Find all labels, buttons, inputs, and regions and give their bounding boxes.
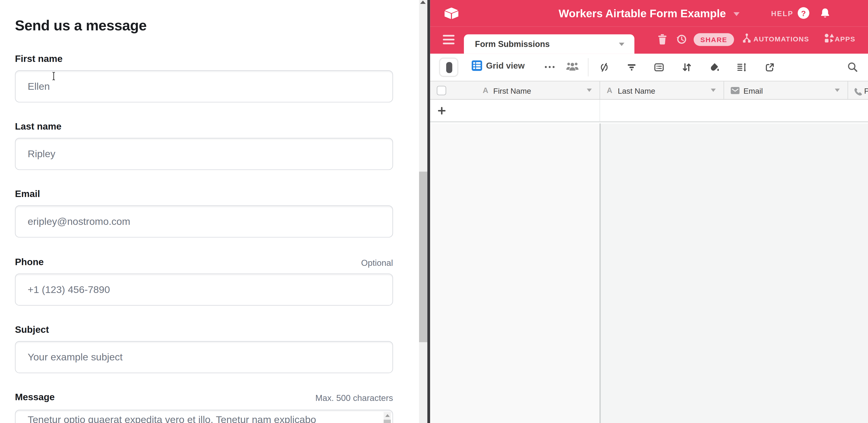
view-toolbar: Grid view bbox=[430, 54, 868, 81]
collaborators-icon[interactable] bbox=[566, 61, 579, 72]
first-name-input[interactable] bbox=[15, 70, 393, 103]
message-label: Message bbox=[15, 392, 55, 403]
column-divider bbox=[599, 123, 600, 423]
group-icon[interactable] bbox=[654, 62, 664, 72]
view-sidebar-toggle-button[interactable] bbox=[439, 58, 458, 77]
add-record-row[interactable] bbox=[430, 100, 868, 122]
email-input[interactable] bbox=[15, 206, 393, 238]
phone-input[interactable] bbox=[15, 273, 393, 306]
form-title: Send us a message bbox=[15, 17, 147, 34]
chevron-down-icon[interactable] bbox=[835, 89, 840, 92]
view-name-label[interactable]: Grid view bbox=[486, 61, 525, 71]
scroll-up-arrow-icon[interactable] bbox=[420, 0, 426, 4]
phone-optional-note: Optional bbox=[361, 258, 393, 268]
menu-hamburger-icon[interactable] bbox=[443, 35, 455, 44]
table-tab-label: Form Submissions bbox=[475, 39, 619, 49]
share-label: SHARE bbox=[700, 36, 727, 43]
view-options-ellipsis-icon[interactable] bbox=[544, 65, 555, 69]
toolbar-divider bbox=[588, 58, 588, 77]
message-scrollbar-thumb[interactable] bbox=[384, 420, 391, 423]
last-name-label: Last name bbox=[15, 121, 61, 132]
chevron-down-icon bbox=[734, 12, 739, 16]
trash-icon[interactable] bbox=[657, 34, 667, 45]
phone-label: Phone bbox=[15, 257, 44, 268]
column-divider bbox=[599, 100, 600, 121]
airtable-pane: Workers Airtable Form Example HELP ? For… bbox=[430, 0, 868, 423]
base-title-text: Workers Airtable Form Example bbox=[559, 7, 726, 19]
column-header-first-name[interactable]: First Name bbox=[493, 86, 531, 95]
share-button[interactable]: SHARE bbox=[694, 33, 734, 46]
column-header-phone-truncated[interactable]: P bbox=[864, 86, 868, 95]
split-divider[interactable] bbox=[427, 0, 430, 423]
first-name-field-group: First name bbox=[15, 54, 393, 102]
column-divider[interactable] bbox=[723, 82, 724, 99]
email-field-group: Email bbox=[15, 189, 393, 238]
airtable-topbar: Workers Airtable Form Example HELP ? bbox=[430, 0, 868, 27]
apps-button[interactable]: APPS bbox=[835, 35, 856, 43]
automations-button[interactable]: AUTOMATIONS bbox=[753, 35, 809, 43]
chevron-down-icon bbox=[619, 42, 624, 46]
tab-form-submissions[interactable]: Form Submissions bbox=[464, 34, 634, 54]
message-text: Tenetur optio quaerat expedita vero et i… bbox=[28, 414, 378, 423]
message-textarea[interactable]: Tenetur optio quaerat expedita vero et i… bbox=[15, 410, 393, 423]
history-icon[interactable] bbox=[676, 34, 687, 45]
column-header-last-name[interactable]: Last Name bbox=[618, 86, 655, 95]
subject-input[interactable] bbox=[15, 341, 393, 373]
add-record-plus-icon[interactable] bbox=[438, 107, 446, 115]
help-button[interactable]: HELP bbox=[771, 9, 794, 18]
email-field-type-icon bbox=[731, 87, 740, 94]
column-divider[interactable] bbox=[847, 82, 848, 99]
hide-fields-icon[interactable] bbox=[599, 62, 610, 72]
grid-canvas-right bbox=[600, 123, 868, 423]
automations-icon[interactable] bbox=[742, 33, 752, 43]
notifications-bell-icon[interactable] bbox=[820, 8, 831, 19]
screen: Send us a message First name Last name E… bbox=[0, 0, 868, 423]
grid-header-row: A First Name A Last Name Email P bbox=[430, 81, 868, 100]
page-scrollbar-thumb[interactable] bbox=[419, 172, 427, 342]
apps-icon[interactable] bbox=[824, 33, 834, 43]
message-scrollbar[interactable] bbox=[384, 412, 391, 423]
column-header-email[interactable]: Email bbox=[743, 86, 763, 95]
user-avatar[interactable] bbox=[843, 5, 859, 21]
sort-icon[interactable] bbox=[681, 62, 692, 72]
message-maxchars-note: Max. 500 characters bbox=[315, 393, 393, 403]
airtable-tabbar: Form Submissions SHARE A bbox=[430, 27, 868, 54]
last-name-field-group: Last name bbox=[15, 121, 393, 170]
scroll-up-arrow-icon[interactable] bbox=[385, 414, 390, 417]
first-name-label: First name bbox=[15, 54, 63, 65]
ibeam-cursor-icon bbox=[52, 71, 57, 81]
row-height-icon[interactable] bbox=[736, 62, 747, 72]
grid-canvas bbox=[430, 123, 868, 423]
chevron-down-icon[interactable] bbox=[711, 89, 716, 92]
sidebar-panel-icon bbox=[446, 62, 452, 73]
chevron-down-icon[interactable] bbox=[587, 89, 592, 92]
text-field-type-icon: A bbox=[483, 86, 488, 95]
help-question-icon[interactable]: ? bbox=[798, 7, 809, 19]
message-field-group: Message Max. 500 characters Tenetur opti… bbox=[15, 392, 393, 423]
share-view-icon[interactable] bbox=[765, 62, 775, 72]
phone-field-group: Phone Optional bbox=[15, 257, 393, 306]
phone-field-type-icon bbox=[854, 87, 863, 96]
column-divider[interactable] bbox=[599, 82, 600, 99]
last-name-input[interactable] bbox=[15, 138, 393, 170]
search-icon[interactable] bbox=[847, 61, 858, 72]
filter-icon[interactable] bbox=[627, 62, 637, 72]
subject-label: Subject bbox=[15, 325, 49, 336]
color-icon[interactable] bbox=[709, 62, 720, 72]
contact-form-pane: Send us a message First name Last name E… bbox=[0, 0, 416, 423]
page-scrollbar[interactable] bbox=[419, 0, 427, 423]
question-glyph: ? bbox=[801, 8, 806, 17]
select-all-checkbox[interactable] bbox=[437, 86, 446, 95]
grid-view-icon bbox=[472, 60, 482, 71]
text-field-type-icon: A bbox=[607, 86, 612, 95]
email-label: Email bbox=[15, 189, 40, 200]
subject-field-group: Subject bbox=[15, 325, 393, 373]
